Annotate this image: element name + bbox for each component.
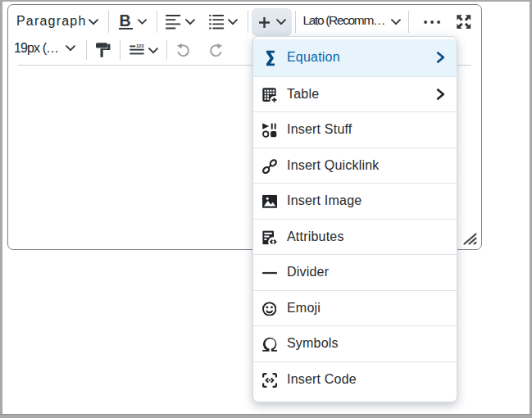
svg-text:123: 123: [135, 44, 143, 48]
